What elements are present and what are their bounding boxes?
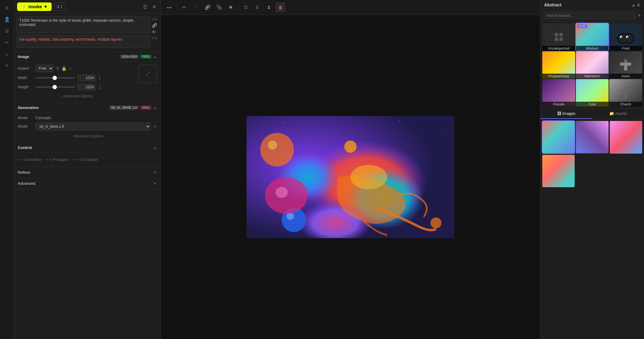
gallery-item-4[interactable] <box>542 155 575 187</box>
right-sidebar: Abstract ▲ ⚙ + Uncategorized AUTO <box>540 0 644 339</box>
model-label: Model <box>18 116 33 120</box>
counter-value[interactable]: 3 <box>57 5 59 9</box>
height-input[interactable] <box>78 84 96 90</box>
refiner-title: Refiner <box>18 170 31 175</box>
board-valentines-label: Valentine's <box>576 74 609 78</box>
gallery-item-3[interactable] <box>610 121 642 153</box>
board-item-abstract[interactable]: AUTO Abstract <box>576 23 609 51</box>
code-icon[interactable]: </> <box>152 17 158 22</box>
negative-prompt-input[interactable]: low quality, realistic, bad anatomy, wor… <box>16 35 151 48</box>
image-section-header[interactable]: Image 1024×1024 FREE ▲ <box>14 52 160 62</box>
counter-down-arrow[interactable]: ▼ <box>60 7 63 9</box>
gallery-item-2[interactable] <box>576 121 608 153</box>
board-item-icons[interactable]: Icons <box>609 51 642 79</box>
svg-point-5 <box>445 128 446 129</box>
info-tool-btn[interactable]: ℹ <box>252 2 262 12</box>
generation-advanced-label: Advanced Options <box>73 134 103 138</box>
model-select-label: Model <box>18 124 33 129</box>
prompt-section: T1000 Terminator in the style of studio … <box>14 14 160 52</box>
asterisk-tool-btn[interactable]: ✱ <box>226 2 236 12</box>
add-controlnet-btn[interactable]: + + ControlNet <box>18 158 42 162</box>
board-item-food[interactable]: Food <box>609 23 642 51</box>
canvas-icon[interactable]: ⊞ <box>2 26 12 36</box>
board-item-friends[interactable]: Friends <box>542 79 575 107</box>
board-item-uncategorized[interactable]: Uncategorized <box>542 23 575 51</box>
height-up[interactable]: ▲ <box>98 84 101 87</box>
left-panel: ⚡ Invoke ✦ 3 ▲ ▼ ☰ ✕ T1000 Terminator in… <box>14 0 161 339</box>
add-t2i-adapter-btn[interactable]: + + T2I Adapter <box>73 158 98 162</box>
width-input[interactable] <box>78 75 96 81</box>
canvas-area: ••• ✏ " 🔗 📎 ✱ ⊡ ℹ ⧗ 🗑 <box>161 0 540 339</box>
image-section-chevron: ▲ <box>153 55 157 59</box>
image-tool-btn[interactable]: ⊡ <box>241 2 251 12</box>
board-item-valentines[interactable]: Valentine's <box>576 51 609 79</box>
positive-prompt-input[interactable]: T1000 Terminator in the style of studio … <box>16 16 151 33</box>
link-tool-btn[interactable]: 🔗 <box>203 2 212 12</box>
collapse-icon[interactable]: ▲ <box>631 3 635 7</box>
board-item-programming[interactable]: Programming <box>542 51 575 79</box>
invoke-button[interactable]: ⚡ Invoke ✦ <box>17 2 52 11</box>
code-icon-neg[interactable]: </> <box>152 36 158 41</box>
image-advanced-options[interactable]: › Advanced Options <box>18 93 136 100</box>
delete-tool-btn[interactable]: 🗑 <box>276 2 285 12</box>
refiner-section[interactable]: Refiner ▼ <box>14 167 160 178</box>
control-section-header[interactable]: Control ▲ <box>14 143 160 153</box>
settings-icon[interactable]: ⚙ <box>637 3 640 7</box>
svg-rect-21 <box>559 33 563 36</box>
board-item-cute[interactable]: Cute <box>576 79 609 107</box>
link-icon[interactable]: 🔗 <box>152 23 158 28</box>
width-down[interactable]: ▼ <box>98 78 101 81</box>
refresh-icon[interactable]: ↺ <box>153 124 157 129</box>
svg-point-14 <box>268 140 277 150</box>
height-slider[interactable] <box>35 86 75 88</box>
person-icon[interactable]: 👤 <box>2 14 12 24</box>
tab-assets[interactable]: 📁 Assets <box>592 109 644 119</box>
brush-icon[interactable]: ✏ <box>2 37 12 48</box>
control-section-title: Control <box>18 145 32 150</box>
t2i-adapter-label: + T2I Adapter <box>76 158 98 162</box>
nodes-icon[interactable]: ⟁ <box>2 49 12 59</box>
width-up[interactable]: ▲ <box>98 75 101 78</box>
board-item-church[interactable]: Church <box>609 79 642 107</box>
svg-point-13 <box>260 133 294 166</box>
height-down[interactable]: ▼ <box>98 87 101 90</box>
board-cute-label: Cute <box>576 102 609 107</box>
svg-point-3 <box>338 131 338 132</box>
queue-icon[interactable]: ≡ <box>2 60 12 71</box>
width-slider[interactable] <box>35 77 75 78</box>
lock-icon[interactable]: 🔒 <box>61 66 67 71</box>
swap-icon[interactable]: ⇅ <box>56 66 60 71</box>
advanced-section[interactable]: Advanced ▼ <box>14 178 160 189</box>
search-input[interactable] <box>543 12 636 19</box>
chevron-right-icon: › <box>60 94 62 98</box>
star-icon: ✦ <box>44 4 47 9</box>
audio-icon[interactable]: ◉ <box>152 29 158 34</box>
pin-tool-btn[interactable]: 📎 <box>214 2 224 12</box>
image-free-badge: FREE <box>140 55 152 59</box>
add-board-btn[interactable]: + <box>638 13 641 19</box>
counter-arrows[interactable]: ▲ ▼ <box>60 4 63 9</box>
aspect-select[interactable]: Free 1:1 4:3 16:9 <box>35 65 53 72</box>
tab-images[interactable]: 🖼 Images <box>540 109 592 119</box>
gallery-item-1[interactable] <box>542 121 575 153</box>
top-bar: ⚡ Invoke ✦ 3 ▲ ▼ ☰ ✕ <box>14 0 160 14</box>
plus-icon3: + <box>73 158 75 162</box>
advanced-title: Advanced <box>18 181 35 186</box>
model-select[interactable]: sd_xl_base.1.0 <box>35 122 151 130</box>
generation-section-badges: SD_XL_BASE_1.0 SDXL ▲ <box>109 106 157 110</box>
generation-advanced-options[interactable]: › Advanced Options <box>18 133 157 140</box>
expand-icon[interactable]: ⊹ <box>68 66 72 71</box>
invoke-label: Invoke <box>28 4 42 9</box>
quote-tool-btn[interactable]: " <box>191 2 201 12</box>
generation-section-header[interactable]: Generation SD_XL_BASE_1.0 SDXL ▲ <box>14 103 160 113</box>
add-ip-adapter-btn[interactable]: + + IP Adapter <box>46 158 69 162</box>
timer-tool-btn[interactable]: ⧗ <box>264 2 274 12</box>
list-icon[interactable]: ☰ <box>142 3 148 11</box>
lightning-icon: ⚡ <box>21 4 27 9</box>
concepts-label: Concepts <box>35 116 51 120</box>
close-icon[interactable]: ✕ <box>151 3 157 11</box>
home-icon[interactable]: ⌂ <box>2 2 12 13</box>
brush-tool-btn[interactable]: ✏ <box>179 2 189 12</box>
prompt-positive-icons: </> 🔗 ◉ <box>152 16 158 34</box>
more-options-btn[interactable]: ••• <box>164 2 174 12</box>
